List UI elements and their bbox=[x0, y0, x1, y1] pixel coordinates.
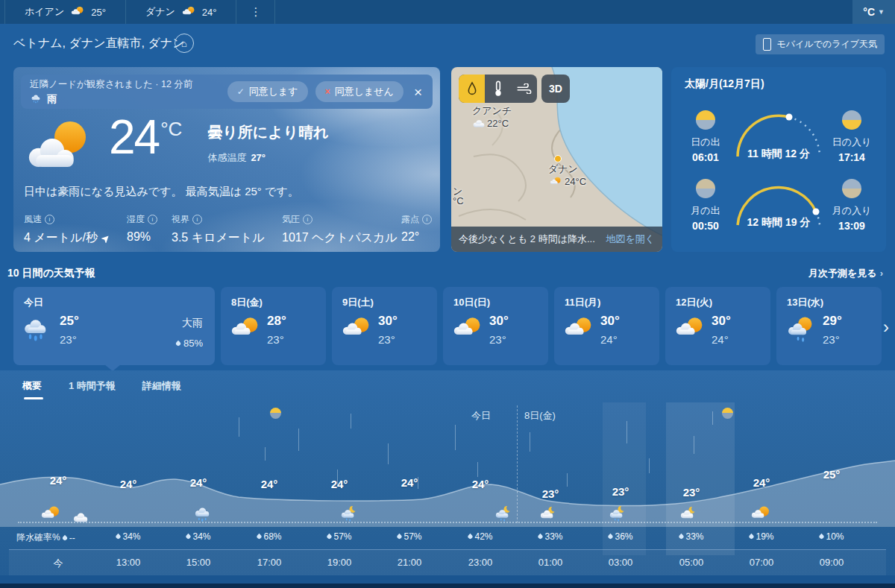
city-tab-hoian[interactable]: ホイアン 25° bbox=[4, 0, 125, 24]
day-length: 11 時間 12 分 bbox=[719, 148, 838, 161]
info-icon[interactable]: i bbox=[422, 215, 432, 224]
hourly-precip: 57% bbox=[403, 531, 421, 542]
station-name: クアンチ bbox=[472, 104, 512, 118]
bottom-dark-strip bbox=[0, 584, 895, 588]
hourly-precip: 10% bbox=[826, 531, 844, 542]
time-tick: 07:00 bbox=[750, 557, 774, 568]
hourly-panel: 概要 1 時間予報 詳細情報 bbox=[0, 370, 895, 575]
alert-message: 近隣ノードが観察されました · 12 分前 bbox=[30, 78, 227, 91]
mobile-live-weather-button[interactable]: モバイルでのライブ天気 bbox=[756, 34, 885, 54]
forecast-card[interactable]: 9日(土) 30°23° bbox=[332, 287, 437, 365]
cloud-night-icon bbox=[679, 505, 700, 523]
city-marker-dot bbox=[554, 155, 562, 162]
sunset-time: 17:14 bbox=[822, 151, 882, 163]
chart-day-label-today: 今日 bbox=[471, 409, 491, 423]
hourly-temp: 24° bbox=[50, 474, 67, 487]
map-station-danang: ダナン 24°C bbox=[548, 162, 586, 187]
topbar-spacer bbox=[274, 0, 852, 24]
info-icon[interactable]: i bbox=[148, 215, 157, 224]
day-high: 30° bbox=[600, 314, 620, 329]
time-tick: 15:00 bbox=[186, 557, 211, 568]
metric-value: 1017 ヘクトパスカル bbox=[282, 230, 398, 246]
partly-cloudy-icon bbox=[750, 505, 771, 523]
forecast-card[interactable]: 13日(水) 29°23° bbox=[776, 287, 882, 365]
forecast-card[interactable]: 11日(月) 30°24° bbox=[554, 287, 659, 365]
precipitation-layer-button[interactable] bbox=[459, 75, 485, 103]
mobile-live-weather-label: モバイルでのライブ天気 bbox=[776, 38, 877, 51]
disagree-button[interactable]: ×同意しません bbox=[315, 81, 403, 102]
partly-cloudy-icon bbox=[230, 315, 261, 344]
mostly-sunny-icon bbox=[563, 315, 594, 344]
city-tab-danang[interactable]: ダナン 24° bbox=[125, 0, 236, 24]
hourly-temp: 24° bbox=[190, 476, 207, 489]
tab-overview[interactable]: 概要 bbox=[22, 379, 42, 399]
info-icon[interactable]: i bbox=[192, 215, 202, 224]
city-tab-label: ホイアン bbox=[25, 5, 64, 19]
wind-layer-button[interactable] bbox=[511, 75, 537, 103]
hourly-temp: 24° bbox=[401, 476, 418, 489]
agree-button[interactable]: ✓同意します bbox=[227, 81, 308, 102]
time-tick: 13:00 bbox=[116, 557, 141, 568]
map-edge-label: °C bbox=[453, 195, 464, 206]
forecast-card[interactable]: 12日(火) 30°24° bbox=[665, 287, 770, 365]
city-tab-label: ダナン bbox=[145, 5, 175, 19]
hourly-precip: 57% bbox=[333, 531, 351, 542]
current-weather-icon bbox=[24, 119, 98, 185]
day-label: 今日 bbox=[24, 296, 43, 309]
sunset-block: 日の入り 17:14 bbox=[822, 110, 882, 163]
hourly-temp: 24° bbox=[472, 478, 489, 490]
radar-map-card[interactable]: 3D クアンチ 22°C ダナン 24°C ン °C 今後少なくとも 2 時間は… bbox=[451, 67, 662, 252]
moon-length: 12 時間 19 分 bbox=[719, 216, 838, 230]
close-icon[interactable]: × bbox=[414, 85, 422, 99]
unit-selector[interactable]: °C ▼ bbox=[852, 0, 895, 24]
phone-icon bbox=[763, 38, 771, 51]
droplet-icon bbox=[818, 534, 824, 540]
droplet-icon bbox=[607, 534, 613, 540]
day-label: 10日(日) bbox=[453, 296, 490, 309]
time-tick: 01:00 bbox=[538, 557, 563, 568]
time-tick: 今 bbox=[54, 557, 63, 570]
rain-icon bbox=[30, 94, 43, 104]
precip-row-label: 降水確率% bbox=[16, 531, 60, 544]
rain-night-icon bbox=[609, 505, 629, 523]
forecast-card-today[interactable]: 今日 25° 23° 大雨 85% bbox=[13, 287, 215, 365]
station-name: ダナン bbox=[548, 162, 586, 176]
tab-hourly[interactable]: 1 時間予報 bbox=[69, 379, 116, 399]
location-row: ベトナム, ダナン直轄市, ダナン ⌂ モバイルでのライブ天気 bbox=[0, 24, 895, 66]
metric-humidity: 湿度i 89% bbox=[127, 213, 157, 244]
info-icon[interactable]: i bbox=[45, 215, 54, 224]
city-tab-temp: 25° bbox=[91, 7, 106, 18]
temperature-layer-button[interactable] bbox=[485, 75, 511, 103]
home-icon: ⌂ bbox=[181, 38, 187, 49]
hourly-chart[interactable]: 今日 8日(金) 24° 24° 24° 24° 24° 24° 24° 23°… bbox=[0, 402, 895, 527]
metric-value: 3.5 キロメートル bbox=[172, 230, 265, 246]
tab-details[interactable]: 詳細情報 bbox=[142, 379, 181, 399]
forecast-card[interactable]: 10日(日) 30°23° bbox=[443, 287, 548, 365]
mostly-sunny-icon bbox=[674, 315, 706, 344]
droplet-icon bbox=[175, 340, 181, 346]
moonrise-icon bbox=[696, 179, 715, 198]
home-location-button[interactable]: ⌂ bbox=[175, 34, 194, 53]
more-tabs-menu-icon[interactable]: ⋮ bbox=[236, 0, 274, 24]
bottom-strip bbox=[0, 575, 895, 584]
hourly-temp: 24° bbox=[753, 476, 770, 489]
rain-night-icon bbox=[494, 505, 515, 523]
partly-cloudy-icon bbox=[548, 177, 563, 187]
time-axis[interactable]: 今 13:00 15:00 17:00 19:00 21:00 23:00 01… bbox=[9, 549, 886, 576]
open-map-link[interactable]: 地図を開く bbox=[606, 233, 655, 246]
forecast-card[interactable]: 8日(金) 28°23° bbox=[221, 287, 326, 365]
info-icon[interactable]: i bbox=[303, 215, 313, 224]
hourly-precip: 42% bbox=[474, 531, 492, 542]
metric-label: 気圧 bbox=[282, 213, 300, 226]
time-tick: 19:00 bbox=[327, 557, 352, 568]
forecast-scroll-right-chevron[interactable]: › bbox=[883, 317, 889, 338]
sunset-icon bbox=[842, 110, 861, 130]
map-3d-button[interactable]: 3D bbox=[541, 75, 570, 103]
monthly-forecast-link[interactable]: 月次予測を見る› bbox=[808, 267, 883, 280]
metric-label: 湿度 bbox=[127, 213, 145, 226]
hourly-precip: 34% bbox=[122, 531, 140, 542]
hourly-temp: 24° bbox=[120, 478, 137, 490]
day-low: 23° bbox=[267, 333, 286, 346]
time-tick: 17:00 bbox=[257, 557, 282, 568]
droplet-icon bbox=[537, 534, 543, 540]
